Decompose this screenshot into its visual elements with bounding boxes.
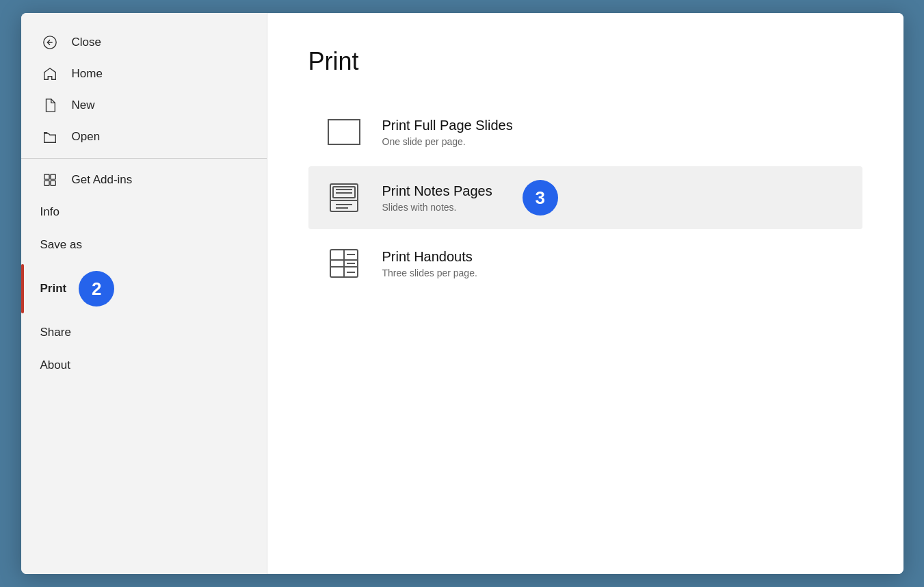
sidebar-item-home[interactable]: Home [21, 58, 267, 90]
svg-rect-5 [50, 181, 55, 185]
handouts-title: Print Handouts [382, 249, 477, 265]
print-label: Print [40, 282, 67, 296]
sidebar-item-open[interactable]: Open [21, 121, 267, 153]
sidebar-item-close[interactable]: Close [21, 27, 267, 58]
print-option-full-page[interactable]: Print Full Page Slides One slide per pag… [308, 101, 862, 164]
home-label: Home [72, 67, 103, 81]
full-page-title: Print Full Page Slides [382, 118, 513, 133]
about-label: About [40, 358, 70, 372]
sidebar-item-print[interactable]: Print 2 [21, 261, 267, 316]
get-addins-label: Get Add-ins [72, 173, 133, 187]
back-arrow-icon [40, 35, 60, 50]
svg-rect-2 [44, 174, 49, 179]
notes-badge: 3 [523, 180, 558, 216]
handouts-desc: Three slides per page. [382, 268, 477, 278]
full-page-desc: One slide per page. [382, 136, 513, 147]
close-label: Close [72, 36, 101, 49]
open-folder-icon [40, 129, 60, 144]
save-as-label: Save as [40, 238, 82, 252]
sidebar-item-info[interactable]: Info [21, 196, 267, 229]
sidebar-item-share[interactable]: Share [21, 316, 267, 349]
print-option-handouts[interactable]: Print Handouts Three slides per page. [308, 232, 862, 295]
share-label: Share [40, 326, 71, 339]
sidebar: Close Home New Open [21, 13, 267, 574]
handouts-icon [325, 244, 363, 283]
info-label: Info [40, 205, 60, 219]
page-title: Print [308, 47, 862, 76]
sidebar-item-new[interactable]: New [21, 90, 267, 121]
main-content: Print Print Full Page Slides One slide p… [267, 13, 903, 574]
sidebar-divider [21, 158, 267, 159]
notes-title: Print Notes Pages [382, 183, 492, 199]
print-option-notes[interactable]: Print Notes Pages Slides with notes. 3 [308, 166, 862, 229]
sidebar-item-addins[interactable]: Get Add-ins [21, 164, 267, 196]
home-icon [40, 66, 60, 81]
sidebar-item-about[interactable]: About [21, 349, 267, 382]
full-page-slides-icon [325, 113, 363, 151]
new-file-icon [40, 98, 60, 113]
addins-icon [40, 172, 60, 187]
notes-desc: Slides with notes. [382, 202, 492, 213]
sidebar-item-save-as[interactable]: Save as [21, 229, 267, 261]
open-label: Open [72, 130, 101, 144]
svg-rect-4 [44, 181, 49, 185]
print-badge: 2 [79, 271, 114, 306]
app-window: Close Home New Open [21, 13, 903, 574]
new-label: New [72, 99, 95, 112]
notes-pages-icon [325, 179, 363, 217]
svg-rect-3 [50, 174, 55, 179]
